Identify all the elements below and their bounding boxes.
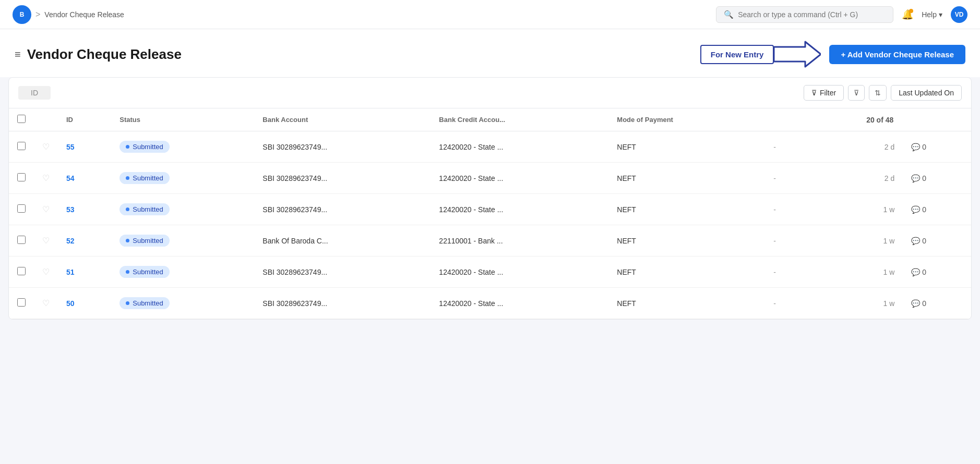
row-checkbox-4[interactable] — [17, 267, 26, 275]
filter-button[interactable]: ⊽ Filter — [804, 85, 844, 101]
row-mode-0: NEFT — [608, 131, 765, 163]
row-checkbox-3[interactable] — [17, 236, 26, 244]
row-id-3[interactable]: 52 — [58, 225, 111, 257]
favorite-icon-4[interactable]: ♡ — [42, 267, 50, 276]
table-row: ♡ 52 Submitted Bank Of Baroda C... 22110… — [9, 225, 971, 257]
row-heart-cell: ♡ — [34, 257, 58, 288]
clear-filter-button[interactable]: ⊽ — [848, 85, 865, 101]
search-bar[interactable]: 🔍 — [716, 6, 893, 23]
filter-icon: ⊽ — [811, 89, 817, 97]
extra-col-header — [765, 108, 806, 131]
row-bank-account-5: SBI 30289623749... — [254, 288, 431, 319]
row-time-5: 1 w — [806, 288, 903, 319]
comment-icon-5: 💬 — [911, 299, 920, 308]
id-filter-badge: ID — [18, 86, 51, 100]
favorite-icon-0[interactable]: ♡ — [42, 142, 50, 151]
page-header: ≡ Vendor Cheque Release For New Entry + … — [0, 29, 980, 77]
add-vendor-cheque-release-button[interactable]: + Add Vendor Cheque Release — [829, 45, 965, 64]
row-checkbox-0[interactable] — [17, 142, 26, 150]
row-bank-credit-2: 12420020 - State ... — [431, 194, 608, 225]
status-dot-4 — [126, 270, 129, 274]
row-bank-credit-4: 12420020 - State ... — [431, 257, 608, 288]
select-all-checkbox[interactable] — [17, 115, 26, 123]
row-status-2: Submitted — [111, 194, 254, 225]
sort-dropdown[interactable]: Last Updated On — [891, 85, 962, 101]
row-bank-account-2: SBI 30289623749... — [254, 194, 431, 225]
row-mode-2: NEFT — [608, 194, 765, 225]
row-checkbox-1[interactable] — [17, 173, 26, 181]
row-bank-account-1: SBI 30289623749... — [254, 163, 431, 194]
row-dash-4: - — [765, 257, 806, 288]
row-comments-2: 💬 0 — [903, 194, 971, 225]
help-button[interactable]: Help ▾ — [922, 10, 942, 19]
search-icon: 🔍 — [724, 10, 734, 19]
row-status-0: Submitted — [111, 131, 254, 163]
row-bank-credit-1: 12420020 - State ... — [431, 163, 608, 194]
comment-cell-3: 💬 0 — [911, 237, 963, 245]
status-label-3: Submitted — [133, 237, 163, 245]
menu-icon[interactable]: ≡ — [15, 48, 21, 60]
favorite-icon-3[interactable]: ♡ — [42, 236, 50, 245]
sort-icon-button[interactable]: ⇅ — [869, 85, 887, 101]
row-checkbox-cell — [9, 257, 34, 288]
status-label-4: Submitted — [133, 268, 163, 276]
row-heart-cell: ♡ — [34, 131, 58, 163]
row-dash-0: - — [765, 131, 806, 163]
toolbar-right: ⊽ Filter ⊽ ⇅ Last Updated On — [804, 85, 962, 101]
page-header-right: For New Entry + Add Vendor Cheque Releas… — [700, 40, 965, 69]
row-comments-5: 💬 0 — [903, 288, 971, 319]
row-bank-credit-0: 12420020 - State ... — [431, 131, 608, 163]
bank-credit-column-header: Bank Credit Accou... — [431, 108, 608, 131]
search-input[interactable] — [738, 10, 886, 19]
mode-column-header: Mode of Payment — [608, 108, 765, 131]
notifications-button[interactable]: 🔔 — [902, 9, 913, 20]
status-label-1: Submitted — [133, 174, 163, 182]
comment-icon-0: 💬 — [911, 143, 920, 151]
row-heart-cell: ♡ — [34, 288, 58, 319]
nav-right: 🔍 🔔 Help ▾ VD — [716, 6, 967, 23]
row-time-2: 1 w — [806, 194, 903, 225]
notification-dot — [909, 9, 913, 13]
favorite-icon-2[interactable]: ♡ — [42, 205, 50, 214]
row-status-3: Submitted — [111, 225, 254, 257]
status-column-header: Status — [111, 108, 254, 131]
row-checkbox-cell — [9, 163, 34, 194]
sort-label: Last Updated On — [899, 89, 954, 97]
status-badge-0: Submitted — [119, 141, 170, 153]
status-dot-1 — [126, 176, 129, 180]
table-row: ♡ 54 Submitted SBI 30289623749... 124200… — [9, 163, 971, 194]
row-checkbox-2[interactable] — [17, 204, 26, 213]
row-heart-cell: ♡ — [34, 163, 58, 194]
row-id-2[interactable]: 53 — [58, 194, 111, 225]
table-section: ID ⊽ Filter ⊽ ⇅ Last Updated On — [8, 77, 972, 320]
breadcrumb: Vendor Cheque Release — [44, 10, 124, 19]
comment-count-1: 0 — [922, 174, 926, 182]
row-id-4[interactable]: 51 — [58, 257, 111, 288]
comment-icon-4: 💬 — [911, 268, 920, 276]
data-table: ID Status Bank Account Bank Credit Accou… — [9, 108, 971, 319]
row-mode-1: NEFT — [608, 163, 765, 194]
comment-count-0: 0 — [922, 143, 926, 151]
avatar[interactable]: VD — [951, 6, 967, 23]
status-badge-4: Submitted — [119, 266, 170, 278]
annotation-box: For New Entry — [700, 45, 774, 64]
status-dot-5 — [126, 301, 129, 305]
row-heart-cell: ♡ — [34, 225, 58, 257]
row-comments-4: 💬 0 — [903, 257, 971, 288]
status-badge-5: Submitted — [119, 297, 170, 309]
row-checkbox-5[interactable] — [17, 298, 26, 307]
comment-icon-2: 💬 — [911, 205, 920, 214]
bank-account-column-header: Bank Account — [254, 108, 431, 131]
row-checkbox-cell — [9, 194, 34, 225]
row-id-0[interactable]: 55 — [58, 131, 111, 163]
comment-count-3: 0 — [922, 237, 926, 245]
nav-left: B > Vendor Cheque Release — [13, 5, 124, 24]
favorite-icon-1[interactable]: ♡ — [42, 174, 50, 182]
app-logo: B — [13, 5, 31, 24]
row-dash-3: - — [765, 225, 806, 257]
row-id-1[interactable]: 54 — [58, 163, 111, 194]
favorite-icon-5[interactable]: ♡ — [42, 299, 50, 308]
row-id-5[interactable]: 50 — [58, 288, 111, 319]
select-all-header — [9, 108, 34, 131]
comment-cell-1: 💬 0 — [911, 174, 963, 182]
